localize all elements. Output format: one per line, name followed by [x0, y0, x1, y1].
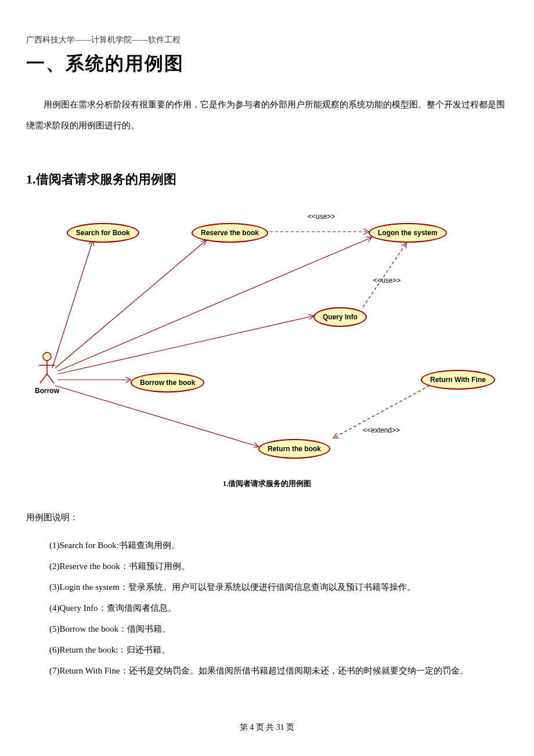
main-title: 一、系统的用例图 — [26, 51, 508, 77]
diagram-caption: 1.借阅者请求服务的用例图 — [26, 478, 508, 489]
usecase-return-fine: Return With Fine — [421, 370, 495, 390]
usecase-borrow: Borrow the book — [131, 373, 204, 393]
svg-line-12 — [40, 374, 47, 383]
list-item: (2)Reserve the book：书籍预订用例。 — [49, 556, 508, 577]
diagram-connectors — [26, 206, 508, 473]
explanation-list: (1)Search for Book:书籍查询用例。 (2)Reserve th… — [26, 535, 508, 681]
section-title: 1.借阅者请求服务的用例图 — [26, 171, 508, 188]
actor-label: Borrow — [35, 387, 59, 395]
explanation-title: 用例图说明： — [26, 512, 508, 523]
svg-line-0 — [52, 240, 93, 368]
usecase-reserve: Reserve the book — [192, 223, 268, 243]
page-header: 广西科技大学——计算机学院——软件工程 — [26, 35, 508, 45]
usecase-search: Search for Book — [67, 223, 139, 243]
svg-line-1 — [55, 240, 206, 368]
actor-icon — [35, 351, 59, 386]
svg-line-3 — [58, 316, 313, 374]
list-item: (1)Search for Book:书籍查询用例。 — [49, 535, 508, 556]
page-footer: 第 4 页 共 31 页 — [0, 722, 534, 733]
list-item: (7)Return With Fine：还书是交纳罚金。如果借阅所借书籍超过借阅… — [49, 660, 508, 681]
list-item: (6)Return the book:：归还书籍。 — [49, 639, 508, 660]
stereotype-use-2: <<use>> — [373, 276, 400, 285]
list-item: (3)Login the system：登录系统。用户可以登录系统以便进行借阅信… — [49, 577, 508, 597]
usecase-return-book: Return the book — [258, 439, 330, 459]
svg-line-13 — [47, 374, 54, 383]
stereotype-extend: <<extend>> — [363, 426, 400, 434]
stereotype-use-1: <<use>> — [308, 213, 335, 221]
svg-line-5 — [55, 386, 258, 447]
svg-line-2 — [58, 237, 371, 371]
usecase-logon: Logon the system — [369, 223, 447, 243]
svg-line-7 — [363, 243, 406, 307]
list-item: (5)Borrow the book：借阅书籍。 — [49, 618, 508, 639]
svg-point-9 — [43, 352, 51, 361]
actor-borrow: Borrow — [35, 351, 59, 395]
usecase-diagram: Search for Book Reserve the book Logon t… — [26, 206, 508, 473]
list-item: (4)Query Info：查询借阅者信息。 — [49, 597, 508, 618]
usecase-query: Query Info — [313, 307, 367, 327]
intro-paragraph: 用例图在需求分析阶段有很重要的作用，它是作为参与者的外部用户所能观察的系统功能的… — [26, 94, 508, 136]
